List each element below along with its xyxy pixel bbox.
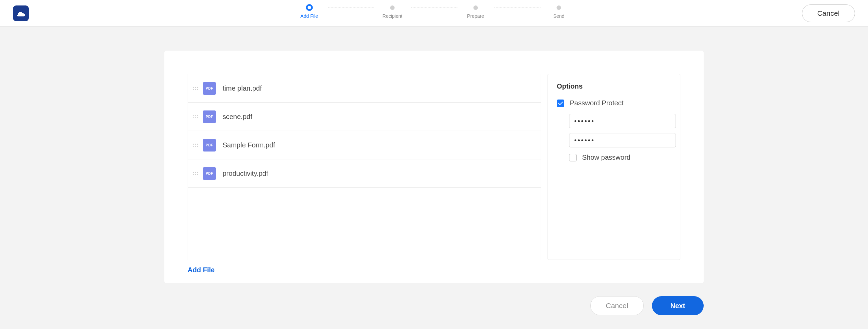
file-list: PDF time plan.pdf PDF scene.pdf PDF Samp…	[188, 74, 541, 260]
drag-handle-icon[interactable]	[193, 141, 198, 149]
password-protect-label: Password Protect	[570, 99, 624, 107]
show-password-checkbox[interactable]	[569, 154, 577, 161]
password-input[interactable]	[569, 114, 676, 128]
file-row[interactable]: PDF time plan.pdf	[188, 74, 541, 103]
show-password-label: Show password	[582, 154, 630, 161]
step-connector	[494, 8, 540, 8]
show-password-row: Show password	[569, 154, 671, 161]
app-header: Add File Recipient Prepare Send Cancel	[0, 0, 868, 27]
drag-handle-icon[interactable]	[193, 169, 198, 177]
cancel-button[interactable]: Cancel	[802, 4, 855, 22]
step-send[interactable]: Send	[540, 3, 577, 19]
drag-handle-icon[interactable]	[193, 113, 198, 121]
pdf-file-icon: PDF	[203, 82, 216, 95]
file-drop-area[interactable]	[188, 188, 541, 188]
cancel-button[interactable]: Cancel	[590, 296, 643, 315]
password-inputs-group: Show password	[569, 114, 671, 161]
pdf-file-icon: PDF	[203, 167, 216, 180]
step-dot-icon	[306, 4, 313, 11]
step-add-file[interactable]: Add File	[291, 3, 328, 19]
main-card: PDF time plan.pdf PDF scene.pdf PDF Samp…	[164, 51, 704, 283]
file-name: Sample Form.pdf	[223, 141, 275, 149]
file-name: productivity.pdf	[223, 170, 268, 177]
file-name: time plan.pdf	[223, 84, 262, 92]
step-recipient[interactable]: Recipient	[374, 3, 411, 19]
options-title: Options	[557, 82, 671, 90]
file-name: scene.pdf	[223, 113, 252, 121]
password-protect-row: Password Protect	[557, 99, 671, 107]
file-row[interactable]: PDF productivity.pdf	[188, 159, 541, 188]
step-label: Send	[553, 13, 565, 19]
file-row[interactable]: PDF scene.pdf	[188, 103, 541, 131]
step-dot-icon	[390, 5, 395, 10]
password-protect-checkbox[interactable]	[557, 100, 564, 107]
drag-handle-icon[interactable]	[193, 84, 198, 92]
password-confirm-input[interactable]	[569, 133, 676, 147]
step-dot-icon	[474, 5, 478, 10]
app-logo-icon	[13, 5, 29, 21]
step-connector	[328, 8, 374, 8]
progress-stepper: Add File Recipient Prepare Send	[291, 3, 577, 19]
footer-buttons: Cancel Next	[590, 296, 704, 315]
options-panel: Options Password Protect Show password	[548, 74, 680, 260]
file-panel: PDF time plan.pdf PDF scene.pdf PDF Samp…	[188, 74, 541, 274]
add-file-button[interactable]: Add File	[188, 266, 215, 274]
next-button[interactable]: Next	[652, 296, 704, 315]
step-label: Recipient	[382, 13, 402, 19]
step-dot-icon	[557, 5, 561, 10]
step-label: Prepare	[467, 13, 484, 19]
step-prepare[interactable]: Prepare	[457, 3, 494, 19]
step-connector	[411, 8, 457, 8]
file-row[interactable]: PDF Sample Form.pdf	[188, 131, 541, 159]
pdf-file-icon: PDF	[203, 139, 216, 152]
pdf-file-icon: PDF	[203, 110, 216, 123]
step-label: Add File	[300, 13, 318, 19]
